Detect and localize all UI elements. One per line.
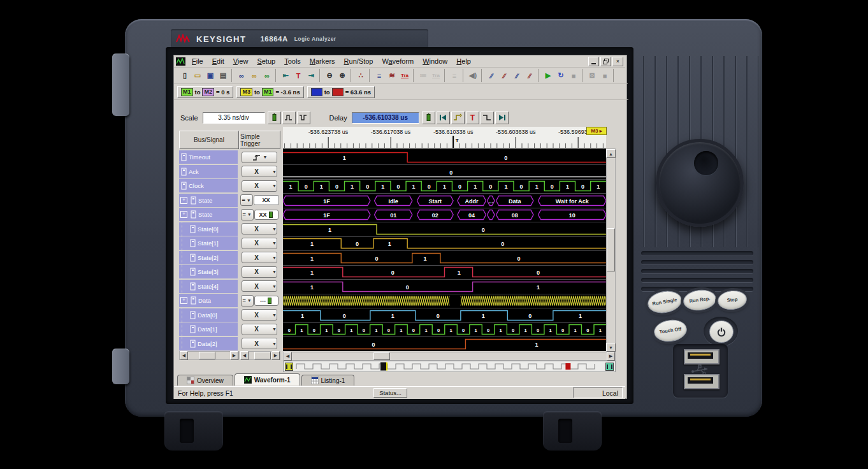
minimize-button[interactable] <box>588 57 599 66</box>
marker-chip-1[interactable]: M1toM2= 0 s <box>177 86 233 98</box>
stop-icon[interactable]: ■ <box>567 69 580 82</box>
begin-of-data-marker[interactable] <box>285 363 293 371</box>
signal-row-state0[interactable]: State[0] <box>179 222 238 236</box>
scroll-track[interactable] <box>292 352 607 360</box>
signal-row-timeout[interactable]: Timeout <box>179 150 238 164</box>
signal-row-state[interactable]: +State <box>179 208 238 221</box>
scroll-left-arrow[interactable]: ◀ <box>284 352 292 361</box>
signal-row-ack[interactable]: Ack <box>179 165 238 178</box>
stop-all-icon[interactable]: ■ <box>598 69 611 82</box>
trigger-any-button[interactable]: X▼ <box>242 223 277 234</box>
scroll-left-arrow[interactable]: ◀ <box>240 351 249 360</box>
trigger-any-button[interactable]: X▼ <box>242 252 277 263</box>
menu-runstop[interactable]: Run/Stop <box>340 56 378 67</box>
scroll-left-arrow[interactable]: ◀ <box>180 351 188 360</box>
trigger-any-button[interactable]: X▼ <box>242 180 277 192</box>
overlay-waveform-icon[interactable]: ≋ <box>386 69 398 82</box>
trigger-value-box[interactable]: XX <box>254 195 279 205</box>
go-begin-button[interactable] <box>437 112 450 124</box>
trigger-any-button[interactable]: X▼ <box>242 280 277 292</box>
signal-row-data0[interactable]: Data[0] <box>179 308 238 322</box>
signal-row-data1[interactable]: Data[1] <box>179 322 238 336</box>
go-to-beginning-icon[interactable]: ⇤ <box>279 69 292 82</box>
scroll-track[interactable] <box>249 352 271 359</box>
scroll-thumb[interactable] <box>373 352 390 360</box>
zoom-edge-in-button[interactable] <box>297 112 310 124</box>
run-repetitive-icon[interactable]: ↻ <box>554 69 567 82</box>
menu-tools[interactable]: Tools <box>280 56 305 67</box>
go-to-trigger-icon[interactable]: T <box>292 69 305 82</box>
trigger-any-button[interactable]: X▼ <box>242 338 277 349</box>
scroll-thumb[interactable] <box>199 352 215 359</box>
status-button[interactable]: Status... <box>373 388 407 398</box>
marker-chip-3[interactable]: to= 63.6 ns <box>307 86 375 98</box>
find-forward-icon[interactable]: ∞ <box>248 69 261 82</box>
trigger-operator-button[interactable]: =▼ <box>241 209 254 220</box>
trigger-any-button[interactable]: X▼ <box>242 238 277 249</box>
find-backward-icon[interactable]: ∞ <box>261 69 273 82</box>
tab-waveform-1[interactable]: Waveform-1 <box>235 373 300 386</box>
pen-tool-4-icon[interactable]: ∕∕ <box>523 69 536 82</box>
print-icon[interactable]: ▤ <box>217 69 229 82</box>
scroll-thumb[interactable] <box>607 228 615 271</box>
restore-button[interactable] <box>600 57 611 66</box>
tab-overview[interactable]: Overview <box>177 375 233 386</box>
zoom-edge-out-button[interactable] <box>282 112 296 124</box>
tab-listing-1[interactable]: Listing-1 <box>301 375 355 386</box>
rotary-knob[interactable] <box>656 139 744 227</box>
menu-setup[interactable]: Setup <box>252 56 280 67</box>
menu-markers[interactable]: Markers <box>305 56 340 67</box>
run-icon[interactable]: ▶ <box>542 69 554 82</box>
prev-edge-button[interactable] <box>451 112 465 124</box>
battery-button[interactable] <box>268 112 281 124</box>
scroll-right-arrow[interactable]: ▶ <box>271 351 280 360</box>
trigger-any-button[interactable]: X▼ <box>242 309 277 321</box>
menu-waveform[interactable]: Waveform <box>377 56 418 67</box>
trigger-operator-button[interactable]: =▼ <box>240 194 253 206</box>
waveform-horizontal-scrollbar[interactable]: ◀▶ <box>283 352 616 361</box>
cancel-icon[interactable]: ⊠ <box>586 69 598 82</box>
expand-icon[interactable]: + <box>180 297 187 304</box>
pen-tool-3-icon[interactable]: ∕∕ <box>510 69 523 82</box>
signal-row-clock[interactable]: Clock <box>179 179 238 192</box>
m3-marker-flag[interactable]: M3 ▸ <box>586 127 607 135</box>
menu-edit[interactable]: Edit <box>208 56 229 67</box>
close-button[interactable]: × <box>612 57 623 66</box>
scroll-track[interactable] <box>188 352 230 359</box>
power-button[interactable] <box>709 321 734 343</box>
new-document-icon[interactable]: ▯ <box>178 69 191 82</box>
markers-tool-icon[interactable]: ∴ <box>354 69 367 82</box>
zoom-in-icon[interactable]: ⊕ <box>336 69 349 82</box>
expand-icon[interactable]: + <box>180 211 187 218</box>
signal-row-state3[interactable]: State[3] <box>179 265 238 278</box>
end-of-data-marker[interactable] <box>605 363 614 371</box>
scale-input[interactable] <box>203 112 265 124</box>
marker-chip-2[interactable]: M3toM1= -3.6 ns <box>236 86 303 98</box>
signal-row-state1[interactable]: State[1] <box>179 236 238 250</box>
scroll-down-arrow[interactable]: ▼ <box>606 343 616 352</box>
delay-input[interactable] <box>352 112 419 124</box>
open-folder-icon[interactable]: ▭ <box>191 69 204 82</box>
scroll-up-arrow[interactable]: ▲ <box>606 149 616 158</box>
go-trigger-button[interactable]: T <box>466 112 479 124</box>
battery-button[interactable] <box>422 112 435 124</box>
signal-row-data[interactable]: +Data <box>179 294 238 307</box>
trigger-operator-button[interactable]: =▼ <box>241 295 254 307</box>
scroll-right-arrow[interactable]: ▶ <box>230 351 238 360</box>
signal-row-data2[interactable]: Data[2] <box>179 337 238 350</box>
trigger-any-button[interactable]: X▼ <box>242 166 277 177</box>
signal-row-state[interactable]: +State <box>179 194 238 207</box>
save-icon[interactable]: ▣ <box>204 69 217 82</box>
scroll-track[interactable] <box>607 158 615 343</box>
scroll-right-arrow[interactable]: ▶ <box>607 352 615 361</box>
trigger-edge-button[interactable]: ▼ <box>242 152 277 163</box>
menu-window[interactable]: Window <box>418 56 452 67</box>
data-overview-bar[interactable] <box>283 361 616 372</box>
menu-view[interactable]: View <box>229 56 253 67</box>
signal-row-state2[interactable]: State[2] <box>179 251 238 264</box>
bus-signal-scrollbar[interactable]: ◀▶ <box>179 351 239 360</box>
trigger-value-box[interactable]: --- <box>254 296 278 306</box>
trigger-scrollbar[interactable]: ◀▶ <box>240 351 280 360</box>
go-to-end-icon[interactable]: ⇥ <box>305 69 317 82</box>
menu-help[interactable]: Help <box>452 56 475 67</box>
